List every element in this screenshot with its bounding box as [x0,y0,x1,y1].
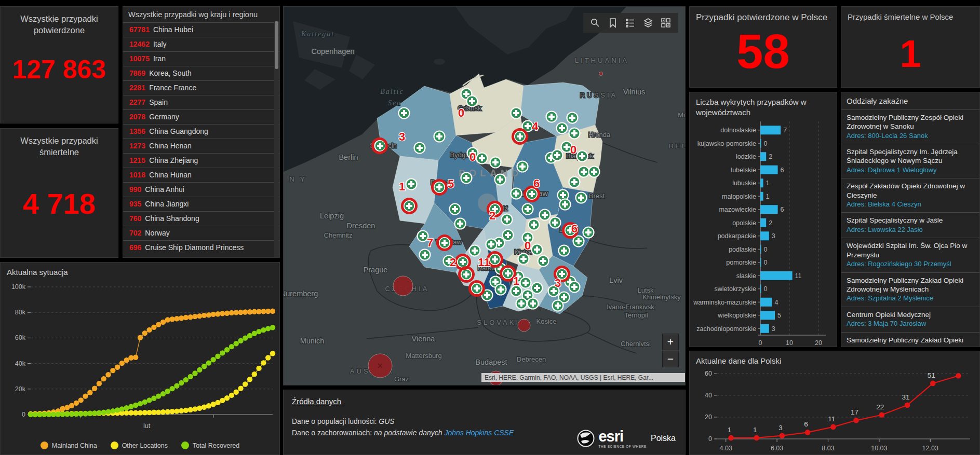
hospital-address-link[interactable]: Adres: 800-Lecia 26 Sanok [847,132,974,141]
hospital-plus-icon[interactable] [569,282,580,293]
hospital-plus-icon[interactable] [399,108,410,119]
hospital-plus-icon[interactable] [550,217,561,228]
hospital-plus-icon[interactable] [538,256,549,267]
hospital-plus-icon[interactable] [518,254,529,265]
case-cluster-circle[interactable] [393,276,413,296]
hospital-plus-icon[interactable] [516,298,527,309]
hospital-item[interactable]: Zespół Zakładów Opieki Zdrowotnej w Cies… [841,178,979,212]
case-cluster-circle[interactable] [599,72,603,76]
hospital-item[interactable]: Szpital Specjalistyczny w JaśleAdres: Lw… [841,212,979,238]
hospital-plus-icon[interactable] [517,161,528,172]
country-list-row[interactable]: 1215China Zhejiang [123,153,279,168]
hospital-item[interactable]: Samodzielny Publiczny Zakład Opieki Zdro… [841,272,979,307]
hospital-plus-icon[interactable] [420,250,431,260]
country-list-row[interactable]: 652Switzerland [123,255,279,258]
hospital-plus-icon[interactable] [557,123,568,134]
country-list-row[interactable]: 12462Italy [123,37,279,51]
hospital-item[interactable]: Samodzielny Publiczny Zakład Opieki Zdro… [841,332,979,347]
hospital-plus-icon[interactable] [515,131,526,142]
hospital-plus-icon[interactable] [583,227,594,238]
hospital-plus-icon[interactable] [503,230,514,241]
country-list-row[interactable]: 7869Korea, South [123,66,279,80]
hospital-address-link[interactable]: Adres: Dąbrowa 1 Wielogłowy [847,166,974,175]
hospital-plus-icon[interactable] [552,150,563,161]
hospital-plus-icon[interactable] [486,239,497,250]
zoom-out-button[interactable]: − [662,351,679,367]
legend-item[interactable]: Other Locations [111,442,168,449]
hospital-plus-icon[interactable] [502,214,513,225]
hospital-plus-icon[interactable] [455,218,466,229]
hospital-plus-icon[interactable] [529,219,540,230]
country-list-row[interactable]: 2078Germany [123,109,279,124]
hospital-plus-icon[interactable] [576,192,587,203]
hospital-plus-icon[interactable] [520,278,531,288]
hospital-plus-icon[interactable] [450,204,461,215]
hospital-plus-icon[interactable] [469,245,480,256]
hospital-plus-icon[interactable] [458,257,468,268]
hospital-plus-icon[interactable] [461,173,472,184]
hospital-plus-icon[interactable] [569,128,580,139]
bookmark-icon[interactable] [604,17,622,29]
country-list-row[interactable]: 2277Spain [123,95,279,109]
country-list-row[interactable]: 935China Jiangxi [123,197,279,211]
country-list-row[interactable]: 702Norway [123,226,279,240]
zoom-in-button[interactable]: + [662,334,679,350]
hospital-plus-icon[interactable] [527,189,538,200]
poland-map[interactable]: KattegatCopenhagenBalticSeaLITHUANIARUSS… [284,7,686,385]
hospital-plus-icon[interactable] [532,283,543,294]
hospital-plus-icon[interactable] [511,108,522,119]
country-list-row[interactable]: 1018China Hunan [123,168,279,182]
hospital-plus-icon[interactable] [495,174,506,185]
hospital-item[interactable]: Szpital Specjalistyczny Im. Jędrzeja Śni… [841,144,979,178]
hospital-plus-icon[interactable] [461,269,472,280]
hospital-address-link[interactable]: Adres: Bielska 4 Cieszyn [847,200,974,209]
hospital-address-link[interactable]: Adres: 3 Maja 70 Jarosław [847,320,974,328]
legend-item[interactable]: Total Recovered [181,442,239,449]
hospital-plus-icon[interactable] [404,201,415,212]
case-cluster-circle[interactable] [518,319,530,332]
hospital-plus-icon[interactable] [559,245,570,256]
hospital-plus-icon[interactable] [532,244,543,255]
hospital-plus-icon[interactable] [495,284,506,295]
hospital-plus-icon[interactable] [577,151,588,162]
country-list-row[interactable]: 10075Iran [123,51,279,66]
country-list-row[interactable]: 990China Anhui [123,182,279,197]
hospital-plus-icon[interactable] [567,113,578,123]
country-list-row[interactable]: 67781China Hubei [123,22,279,37]
hospital-plus-icon[interactable] [560,199,571,210]
hospital-item[interactable]: Centrum Opieki MedycznejAdres: 3 Maja 70… [841,307,979,332]
hospital-plus-icon[interactable] [414,143,425,154]
hospital-plus-icon[interactable] [522,204,533,215]
search-icon[interactable] [586,17,604,29]
hospital-plus-icon[interactable] [528,298,539,309]
country-list-row[interactable]: 1273China Henan [123,139,279,153]
hospital-item[interactable]: Wojewódzki Szpital Im. Św. Ojca Pio w Pr… [841,238,979,272]
country-list-row[interactable]: 2281France France [123,80,279,95]
country-list-row[interactable]: 696Cruise Ship Diamond Princess [123,240,279,255]
hospital-plus-icon[interactable] [434,131,445,142]
hospital-plus-icon[interactable] [553,300,563,311]
country-list-row[interactable]: 760China Shandong [123,211,279,226]
hospital-item[interactable]: Samodzielny Publiczny Zespół Opieki Zdro… [841,109,979,144]
hospital-plus-icon[interactable] [579,167,589,177]
country-list-row[interactable]: 1356China Guangdong [123,124,279,139]
hospital-plus-icon[interactable] [589,167,600,177]
hospital-plus-icon[interactable] [511,188,522,199]
hospital-plus-icon[interactable] [490,157,501,168]
hospital-plus-icon[interactable] [477,153,488,164]
hospital-plus-icon[interactable] [569,177,580,188]
hospital-plus-icon[interactable] [434,182,445,193]
hospital-plus-icon[interactable] [540,210,551,220]
cases-source-link[interactable]: Johns Hopkins CSSE [444,429,514,437]
legend-icon[interactable] [622,17,639,29]
hospital-plus-icon[interactable] [546,112,557,122]
hospital-address-link[interactable]: Adres: Szpitalna 2 Myślenice [847,294,974,303]
hospital-plus-icon[interactable] [573,236,584,247]
hospital-plus-icon[interactable] [439,238,450,249]
hospital-plus-icon[interactable] [503,268,514,279]
layers-icon[interactable] [639,17,657,29]
panel-map[interactable]: KattegatCopenhagenBalticSeaLITHUANIARUSS… [283,6,686,385]
hospital-address-link[interactable]: Adres: Rogozińskiego 30 Przemyśl [847,260,974,269]
hospital-plus-icon[interactable] [467,96,478,107]
hospital-plus-icon[interactable] [472,283,482,294]
